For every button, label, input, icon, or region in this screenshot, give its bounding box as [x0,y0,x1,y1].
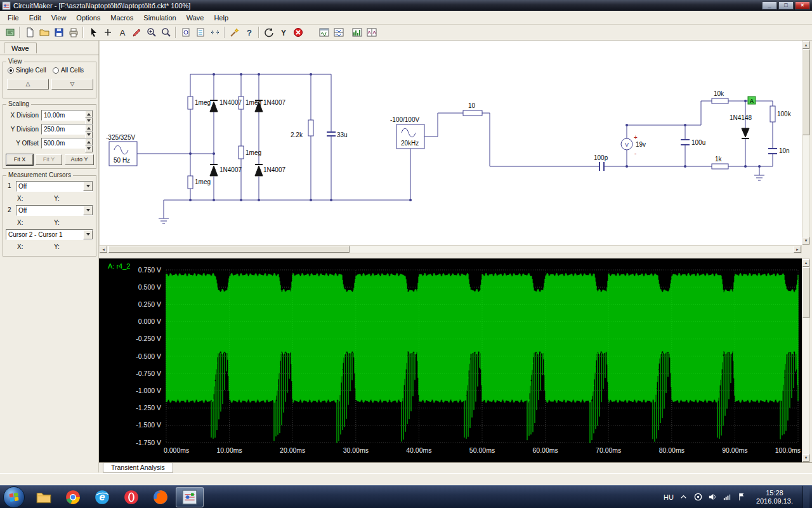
single-cell-radio[interactable] [8,67,14,74]
scroll-up-arrow[interactable]: ▴ [802,259,809,267]
taskbar-app-firefox[interactable] [147,487,174,507]
cursor-diff-dropdown-arrow[interactable] [83,230,93,239]
all-cells-radio[interactable] [53,67,59,74]
menu-item-view[interactable]: View [46,13,72,23]
schematic-canvas[interactable]: V A -325/325V50 Hz1meg1N40071meg1N40071m… [99,41,802,245]
chart-split-button[interactable] [364,25,379,39]
taskbar-app-circuitmaker[interactable] [176,487,204,507]
explorer-icon [36,489,52,505]
start-button[interactable] [3,486,25,508]
scroll-down-arrow[interactable]: ▾ [802,237,809,244]
scroll-right-arrow[interactable]: ▸ [794,246,801,253]
cell-down-button[interactable]: ▽ [51,79,93,90]
cell-up-button[interactable]: △ [7,79,49,90]
probe-y-button[interactable]: Y [276,25,291,39]
menu-item-edit[interactable]: Edit [24,13,46,23]
close-button[interactable]: × [795,1,810,10]
y-division-up[interactable] [85,124,93,131]
cursor-button[interactable] [86,25,100,39]
scroll-up-arrow[interactable]: ▴ [802,41,809,49]
probe-marker[interactable]: A [748,97,756,104]
cursor2-dropdown[interactable]: Off [16,205,93,216]
maximize-button[interactable]: □ [778,1,794,10]
component-label: 20kHz [401,140,419,147]
wand-icon [230,27,240,37]
cursor1-dropdown-arrow[interactable] [83,182,93,191]
y-offset-down[interactable] [85,145,93,152]
probe-button[interactable] [129,25,144,39]
page-grid-button[interactable] [193,25,207,39]
zoom-in-button[interactable] [144,25,159,39]
language-indicator[interactable]: HU [664,493,674,501]
status-ball-icon[interactable] [693,491,704,503]
x-division-input[interactable]: 10.00m [41,110,93,121]
chart-bars-button[interactable] [350,25,364,39]
component-label: 100k [777,110,792,117]
print-button[interactable] [66,25,81,39]
schematic-vscrollbar[interactable]: ▴ ▾ [802,41,810,245]
x-division-up[interactable] [85,110,93,117]
component-label: 1meg [195,99,211,106]
action-flag-icon[interactable] [737,491,748,503]
resistors [188,97,775,189]
open-button[interactable] [37,25,51,39]
help-button[interactable]: ? [242,25,256,39]
vscroll-thumb[interactable] [802,50,809,135]
menu-item-options[interactable]: Options [71,13,105,23]
network-icon[interactable] [722,491,733,503]
schematic-svg[interactable]: V A -325/325V50 Hz1meg1N40071meg1N40071m… [100,41,802,245]
page-zoom-button[interactable] [178,25,193,39]
component-label: -325/325V [106,134,135,141]
rotate-button[interactable] [261,25,276,39]
pcb-button[interactable] [3,25,17,39]
cursor2-dropdown-arrow[interactable] [83,206,93,215]
page-arrows-button[interactable] [207,25,222,39]
cursor1-dropdown[interactable]: Off [16,181,93,192]
text-button[interactable]: A [115,25,129,39]
save-button[interactable] [51,25,66,39]
component-label: 10k [714,90,724,97]
toolbar-separator [82,27,84,38]
hscroll-thumb[interactable] [108,246,350,253]
cursors-group: Measurement Cursors 1 Off X: Y: 2 Off X:… [3,175,96,257]
stop-button[interactable] [291,25,305,39]
tab-transient-analysis[interactable]: Transient Analysis [103,463,173,473]
fit-x-button[interactable]: Fit X [6,154,33,165]
clock[interactable]: 15:28 2016.09.13. [756,489,793,505]
vscroll-thumb[interactable] [802,267,809,318]
schematic-labels: -325/325V50 Hz1meg1N40071meg1N40071meg1N… [106,90,792,185]
taskbar-app-opera[interactable] [117,487,145,507]
wand-button[interactable] [227,25,242,39]
tab-wave[interactable]: Wave [4,43,37,53]
menu-item-macros[interactable]: Macros [105,13,138,23]
scroll-left-arrow[interactable]: ◂ [100,246,107,253]
taskbar-app-chrome[interactable] [59,487,87,507]
waveform-plot[interactable]: 0.750 V0.500 V0.250 V0.000 V-0.250 V-0.5… [99,258,802,462]
minimize-button[interactable]: _ [762,1,777,10]
taskbar-app-explorer[interactable] [30,487,58,507]
volume-icon[interactable] [707,491,719,503]
pane-splitter[interactable] [99,253,812,258]
schematic-hscrollbar[interactable]: ◂ ▸ [99,245,802,253]
zoom-button[interactable] [159,25,173,39]
cursor-diff-dropdown[interactable]: Cursor 2 - Cursor 1 [6,229,93,240]
auto-y-button[interactable]: Auto Y [65,154,94,165]
menu-item-file[interactable]: File [3,13,24,23]
menu-item-simulation[interactable]: Simulation [138,13,181,23]
hidden-icons-chevron-icon[interactable] [678,491,690,503]
fit-y-button[interactable]: Fit Y [36,154,62,165]
show-desktop-button[interactable] [802,486,809,508]
y-offset-up[interactable] [85,138,93,145]
chart-line-button[interactable] [317,25,331,39]
plus-button[interactable] [100,25,115,39]
chart-dual-button[interactable] [331,25,346,39]
y-offset-input[interactable]: 500.0m [41,138,93,149]
taskbar-app-ie[interactable]: e [88,487,116,507]
y-division-input[interactable]: 250.0m [41,124,93,135]
menu-item-help[interactable]: Help [209,13,233,23]
y-tick-label: 0.250 V [138,300,161,308]
menu-item-wave[interactable]: Wave [181,13,209,23]
new-button[interactable] [22,25,37,39]
waveform-vscrollbar[interactable]: ▴ ▾ [802,258,810,462]
scroll-down-arrow[interactable]: ▾ [802,454,809,462]
